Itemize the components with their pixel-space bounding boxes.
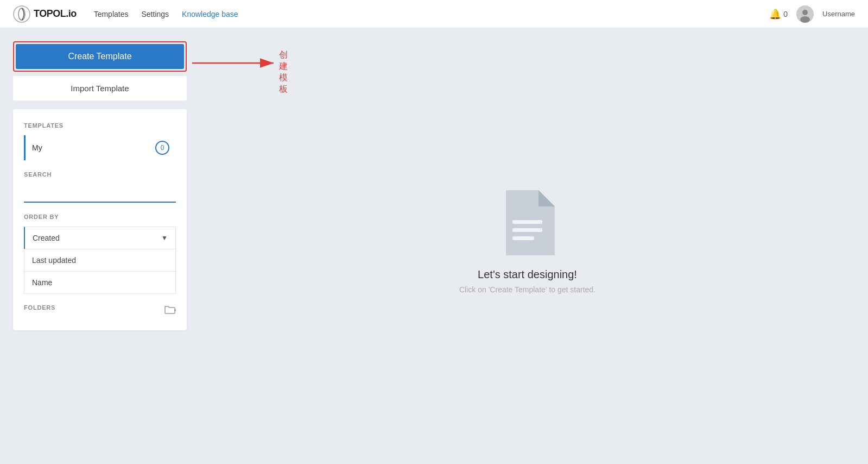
logo-text: TOPOL.io (34, 8, 77, 20)
svg-rect-10 (512, 236, 534, 240)
svg-point-3 (802, 10, 808, 15)
folders-section-label: FOLDERS (24, 304, 55, 311)
create-template-button[interactable]: Create Template (16, 44, 184, 69)
left-panel: Create Template 创建模板 Import Template (13, 41, 187, 464)
svg-point-4 (800, 16, 810, 23)
templates-section: TEMPLATES My 0 (24, 122, 176, 160)
search-input[interactable] (24, 184, 176, 203)
order-created-label: Created (33, 234, 60, 242)
document-icon (500, 190, 555, 255)
order-option-created[interactable]: Created ▼ (24, 227, 176, 249)
order-section-label: ORDER BY (24, 214, 176, 220)
svg-rect-8 (512, 220, 542, 224)
folder-add-icon[interactable] (164, 305, 176, 317)
nav-templates[interactable]: Templates (94, 10, 129, 18)
svg-rect-9 (512, 228, 542, 232)
notification-button[interactable]: 🔔 0 (769, 8, 788, 20)
order-option-last-updated[interactable]: Last updated (24, 249, 176, 272)
doc-icon-wrapper (500, 190, 555, 258)
folders-header: FOLDERS (24, 304, 176, 317)
down-arrow-icon: ▼ (161, 234, 168, 242)
search-section: SEARCH (24, 171, 176, 203)
order-option-name[interactable]: Name (24, 271, 176, 294)
bell-icon: 🔔 (769, 8, 781, 20)
logo-icon (13, 5, 30, 23)
import-template-button[interactable]: Import Template (13, 76, 187, 101)
filter-my-label: My (32, 143, 155, 152)
order-last-updated-label: Last updated (32, 256, 76, 265)
header-right: 🔔 0 Username (769, 5, 855, 23)
filter-my-row[interactable]: My 0 (24, 135, 176, 160)
templates-section-label: TEMPLATES (24, 122, 176, 129)
empty-subtitle: Click on 'Create Template' to get starte… (459, 285, 595, 294)
nav-settings[interactable]: Settings (141, 10, 169, 18)
user-name: Username (822, 10, 855, 18)
search-section-label: SEARCH (24, 171, 176, 178)
order-section: ORDER BY Created ▼ Last updated Name (24, 214, 176, 294)
avatar (796, 5, 814, 23)
nav-knowledge-base[interactable]: Knowledge base (182, 10, 238, 18)
notification-count: 0 (783, 10, 788, 18)
avatar-icon (796, 5, 814, 23)
empty-title: Let's start designing! (478, 268, 577, 281)
header-nav: Templates Settings Knowledge base (94, 10, 238, 18)
main-content: Create Template 创建模板 Import Template (0, 28, 868, 464)
filter-my-badge: 0 (155, 141, 169, 155)
empty-state: Let's start designing! Click on 'Create … (459, 190, 595, 294)
sidebar-card: TEMPLATES My 0 SEARCH ORDER BY Created ▼ (13, 109, 187, 330)
header: TOPOL.io Templates Settings Knowledge ba… (0, 0, 868, 28)
right-panel: Let's start designing! Click on 'Create … (187, 41, 868, 464)
logo: TOPOL.io (13, 5, 77, 23)
folders-section: FOLDERS (24, 304, 176, 317)
order-name-label: Name (32, 278, 52, 287)
create-button-wrapper: Create Template (13, 41, 187, 72)
